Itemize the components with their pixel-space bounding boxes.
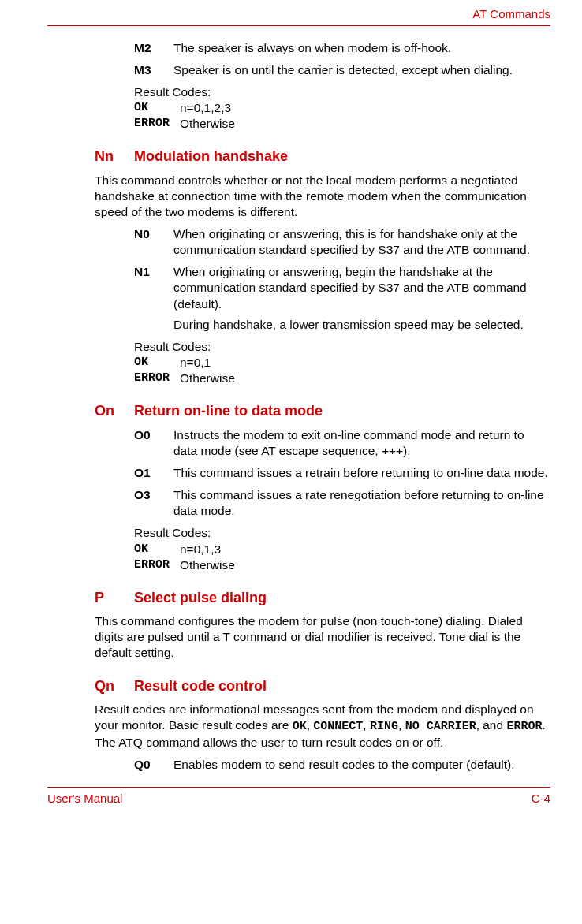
param-label: Q0	[134, 757, 173, 773]
header-right: AT Commands	[47, 6, 550, 25]
param-label: O1	[134, 465, 173, 481]
section-title: Select pulse dialing	[134, 589, 550, 607]
param-desc-2: During handshake, a lower transmission s…	[173, 317, 550, 333]
section-title: Result code control	[134, 677, 550, 695]
result-title: Result Codes:	[134, 339, 550, 355]
result-ok-desc: n=0,1,3	[180, 542, 221, 557]
param-o3: O3 This command issues a rate renegotiat…	[134, 487, 550, 519]
section-intro: This command configures the modem for pu…	[95, 613, 550, 661]
result-error: ERROR	[134, 116, 180, 132]
param-label: N0	[134, 226, 173, 258]
param-desc: Speaker is on until the carrier is detec…	[173, 62, 550, 78]
result-codes-on: Result Codes: OK n=0,1,3 ERROR Otherwise	[134, 525, 550, 572]
footer-rule	[47, 787, 550, 788]
section-key: P	[95, 589, 134, 607]
param-label: O0	[134, 427, 173, 459]
section-key: Nn	[95, 147, 134, 166]
param-label: O3	[134, 487, 173, 519]
result-ok-desc: n=0,1	[180, 355, 211, 371]
param-m2: M2 The speaker is always on when modem i…	[134, 40, 550, 56]
param-desc: This command issues a retrain before ret…	[173, 465, 550, 481]
result-error: ERROR	[134, 557, 180, 573]
section-nn-head: Nn Modulation handshake	[95, 147, 550, 166]
param-label: N1	[134, 264, 173, 333]
result-ok: OK	[134, 355, 180, 371]
param-desc: When originating or answering, begin the…	[173, 264, 550, 311]
section-key: On	[95, 402, 134, 420]
param-desc: This command issues a rate renegotiation…	[173, 487, 550, 519]
result-title: Result Codes:	[134, 84, 550, 100]
result-error: ERROR	[134, 371, 180, 386]
param-desc: Enables modem to send result codes to th…	[173, 757, 550, 773]
result-ok: OK	[134, 100, 180, 116]
result-error-desc: Otherwise	[180, 116, 235, 132]
result-codes-nn: Result Codes: OK n=0,1 ERROR Otherwise	[134, 339, 550, 386]
result-ok: OK	[134, 542, 180, 557]
result-ok-desc: n=0,1,2,3	[180, 100, 231, 116]
result-title: Result Codes:	[134, 525, 550, 541]
section-title: Return on-line to data mode	[134, 402, 550, 420]
section-intro: Result codes are informational messages …	[95, 702, 550, 751]
param-n1: N1 When originating or answering, begin …	[134, 264, 550, 333]
param-o1: O1 This command issues a retrain before …	[134, 465, 550, 481]
section-key: Qn	[95, 677, 134, 695]
param-label: M2	[134, 40, 173, 56]
header-rule	[47, 25, 550, 26]
section-p-head: P Select pulse dialing	[95, 589, 550, 607]
param-o0: O0 Instructs the modem to exit on-line c…	[134, 427, 550, 459]
param-desc: The speaker is always on when modem is o…	[173, 40, 550, 56]
param-m3: M3 Speaker is on until the carrier is de…	[134, 62, 550, 78]
param-q0: Q0 Enables modem to send result codes to…	[134, 757, 550, 773]
section-intro: This command controls whether or not the…	[95, 173, 550, 220]
section-on-head: On Return on-line to data mode	[95, 402, 550, 420]
result-error-desc: Otherwise	[180, 371, 235, 386]
footer-left: User's Manual	[47, 791, 122, 807]
param-desc: Instructs the modem to exit on-line comm…	[173, 427, 550, 459]
section-qn-head: Qn Result code control	[95, 677, 550, 695]
result-codes-m: Result Codes: OK n=0,1,2,3 ERROR Otherwi…	[134, 84, 550, 132]
param-n0: N0 When originating or answering, this i…	[134, 226, 550, 258]
param-label: M3	[134, 62, 173, 78]
result-error-desc: Otherwise	[180, 557, 235, 573]
section-title: Modulation handshake	[134, 147, 550, 166]
param-desc: When originating or answering, this is f…	[173, 226, 550, 258]
footer-right: C-4	[532, 791, 550, 807]
